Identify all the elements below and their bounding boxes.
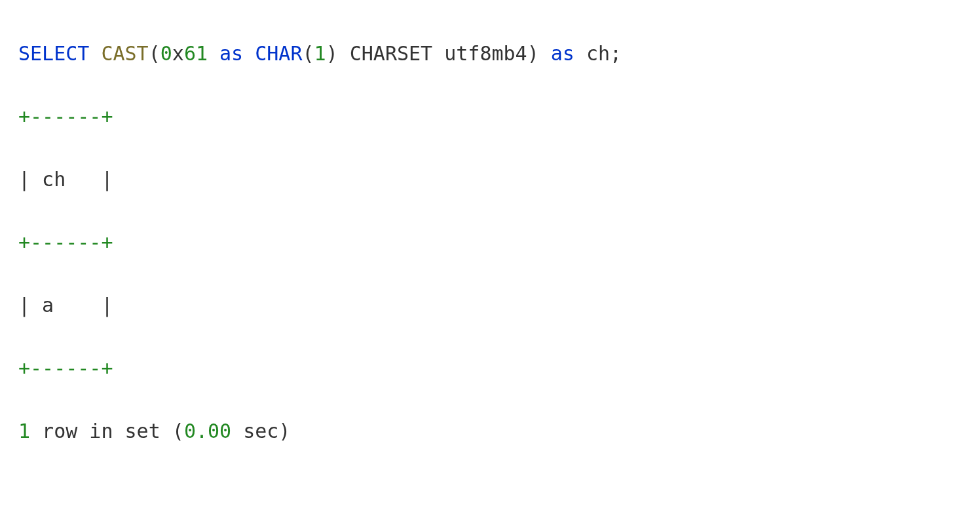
kw-as: as [219, 42, 243, 65]
table-border: +------+ [18, 227, 962, 258]
fn-cast: CAST [101, 42, 148, 65]
elapsed-time: 0.00 [184, 420, 231, 442]
paren-close: ) [527, 42, 539, 65]
row-count: 1 [18, 420, 30, 442]
status-text: row in set ( [30, 420, 184, 442]
status-end: sec) [231, 420, 290, 442]
hex-x: x [172, 42, 184, 65]
paren-open-2: ( [303, 42, 314, 65]
table-border: +------+ [18, 353, 962, 384]
status-line: 1 row in set (0.00 sec) [18, 416, 962, 447]
blank-line [18, 479, 962, 510]
kw-as-2: as [551, 42, 575, 65]
alias: ch; [575, 42, 622, 65]
char-len: 1 [314, 42, 326, 65]
sql-output: SELECT CAST(0x61 as CHAR(1) CHARSET utf8… [0, 0, 980, 531]
kw-select: SELECT [18, 42, 89, 65]
paren-close-2: ) [326, 42, 338, 65]
table-row: | a | [18, 290, 962, 321]
hex-value: 61 [184, 42, 208, 65]
paren-open: ( [149, 42, 160, 65]
table-header: | ch | [18, 164, 962, 195]
query-1-line: SELECT CAST(0x61 as CHAR(1) CHARSET utf8… [18, 38, 962, 69]
hex-zero: 0 [160, 42, 172, 65]
kw-char: CHAR [255, 42, 302, 65]
charset-clause: CHARSET utf8mb4 [338, 42, 527, 65]
table-border: +------+ [18, 101, 962, 132]
